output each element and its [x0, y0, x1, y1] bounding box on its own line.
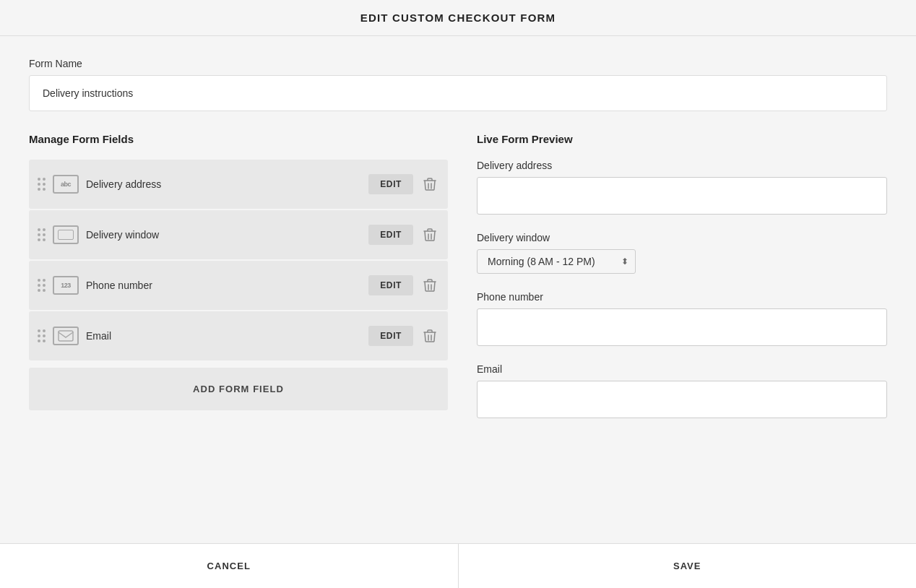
main-content: Form Name Manage Form Fields abc Del: [0, 36, 916, 543]
form-name-label: Form Name: [29, 58, 887, 69]
preview-delivery-window-select[interactable]: Morning (8 AM - 12 PM) Afternoon (12 PM …: [477, 249, 636, 274]
two-col-layout: Manage Form Fields abc Delivery address …: [29, 133, 887, 436]
field-icon-number: 123: [53, 276, 79, 295]
field-name-delivery-window: Delivery window: [86, 229, 361, 241]
edit-button-email[interactable]: EDIT: [368, 326, 413, 346]
manage-fields-heading: Manage Form Fields: [29, 133, 448, 145]
save-button[interactable]: SAVE: [459, 544, 917, 588]
add-form-field-button[interactable]: ADD FORM FIELD: [29, 368, 448, 410]
preview-email-section: Email: [477, 363, 887, 418]
preview-phone-number-label: Phone number: [477, 291, 887, 303]
preview-delivery-window-wrapper: Morning (8 AM - 12 PM) Afternoon (12 PM …: [477, 249, 636, 274]
field-icon-mail: [53, 327, 79, 345]
edit-button-delivery-address[interactable]: EDIT: [368, 174, 413, 194]
drag-handle-delivery-window[interactable]: [38, 228, 46, 241]
live-preview-section: Live Form Preview Delivery address Deliv…: [477, 133, 887, 436]
svg-rect-0: [59, 331, 73, 341]
drag-handle-email[interactable]: [38, 329, 46, 342]
field-name-delivery-address: Delivery address: [86, 178, 361, 190]
field-name-phone-number: Phone number: [86, 280, 361, 291]
form-name-section: Form Name: [29, 58, 887, 111]
live-preview-heading: Live Form Preview: [477, 133, 887, 145]
manage-fields-section: Manage Form Fields abc Delivery address …: [29, 133, 448, 436]
preview-delivery-address-label: Delivery address: [477, 160, 887, 171]
preview-email-input[interactable]: [477, 381, 887, 418]
form-fields-list: abc Delivery address EDIT: [29, 160, 448, 360]
delete-button-email[interactable]: [420, 326, 439, 346]
field-row-delivery-address: abc Delivery address EDIT: [29, 160, 448, 209]
field-icon-text: abc: [53, 175, 79, 194]
page-title: EDIT CUSTOM CHECKOUT FORM: [0, 12, 916, 24]
drag-handle-phone-number[interactable]: [38, 279, 46, 292]
edit-button-phone-number[interactable]: EDIT: [368, 275, 413, 295]
mail-icon: [58, 330, 74, 342]
preview-email-label: Email: [477, 363, 887, 375]
cancel-button[interactable]: CANCEL: [0, 544, 459, 588]
field-row-delivery-window: Delivery window EDIT: [29, 210, 448, 259]
preview-phone-number-section: Phone number: [477, 291, 887, 346]
field-name-email: Email: [86, 330, 361, 342]
trash-icon: [423, 177, 436, 191]
delete-button-phone-number[interactable]: [420, 275, 439, 295]
page-header: EDIT CUSTOM CHECKOUT FORM: [0, 0, 916, 36]
field-icon-rect: [53, 225, 79, 244]
preview-delivery-address-input[interactable]: [477, 177, 887, 215]
preview-delivery-window-section: Delivery window Morning (8 AM - 12 PM) A…: [477, 232, 887, 274]
trash-icon: [423, 228, 436, 242]
preview-phone-number-input[interactable]: [477, 308, 887, 346]
field-row-phone-number: 123 Phone number EDIT: [29, 261, 448, 310]
trash-icon: [423, 329, 436, 343]
delete-button-delivery-address[interactable]: [420, 174, 439, 194]
trash-icon: [423, 278, 436, 293]
field-row-email: Email EDIT: [29, 311, 448, 360]
preview-delivery-address-section: Delivery address: [477, 160, 887, 215]
edit-button-delivery-window[interactable]: EDIT: [368, 225, 413, 245]
page-footer: CANCEL SAVE: [0, 543, 916, 588]
preview-delivery-window-label: Delivery window: [477, 232, 887, 243]
delete-button-delivery-window[interactable]: [420, 225, 439, 245]
form-name-input[interactable]: [29, 75, 887, 111]
drag-handle-delivery-address[interactable]: [38, 178, 46, 191]
